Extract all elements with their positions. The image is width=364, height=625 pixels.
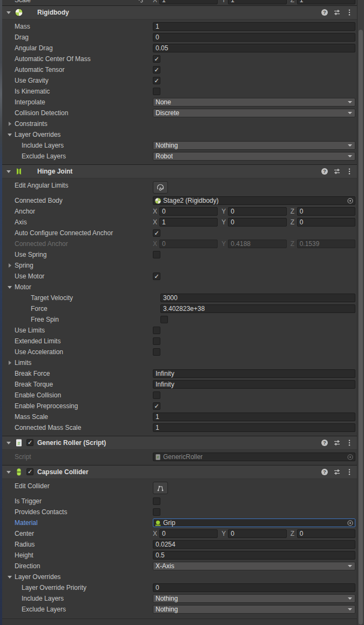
menu-icon[interactable] xyxy=(346,9,353,16)
direction-dropdown[interactable]: X-Axis xyxy=(153,562,355,570)
center-y-field[interactable] xyxy=(228,529,286,538)
radius-field[interactable] xyxy=(153,540,355,549)
mass-scale-field[interactable] xyxy=(153,413,355,421)
menu-icon[interactable] xyxy=(346,468,353,476)
component-header-capsule-collider[interactable]: ✓Capsule Collider? xyxy=(2,466,357,479)
field-label: Enable Preprocessing xyxy=(15,401,78,411)
interpolate-dropdown[interactable]: None xyxy=(153,98,355,107)
component-enable-checkbox[interactable]: ✓ xyxy=(26,468,33,475)
foldout-arrow-icon[interactable] xyxy=(6,471,11,474)
presets-icon[interactable] xyxy=(333,468,341,476)
presets-icon[interactable] xyxy=(333,168,341,175)
use-motor-checkbox[interactable]: ✓ xyxy=(153,272,160,280)
link-icon[interactable] xyxy=(136,0,144,3)
foldout-arrow-icon[interactable] xyxy=(9,263,11,268)
foldout-label[interactable]: Constraints xyxy=(15,118,48,129)
foldout-arrow-icon[interactable] xyxy=(9,361,11,365)
scrollbar-thumb[interactable] xyxy=(359,30,363,624)
anchor-y-field[interactable] xyxy=(228,207,286,216)
is-kinematic-checkbox[interactable] xyxy=(153,88,160,95)
drag-field[interactable] xyxy=(153,33,355,42)
object-picker-icon[interactable] xyxy=(347,454,354,461)
free-spin-checkbox[interactable] xyxy=(160,316,168,323)
presets-icon[interactable] xyxy=(333,439,341,447)
axis-z-field[interactable] xyxy=(297,218,355,227)
scale-y-field[interactable] xyxy=(228,0,286,4)
component-capsule-collider: ✓Capsule Collider?Edit ColliderIs Trigge… xyxy=(2,465,357,617)
presets-icon[interactable] xyxy=(333,9,341,16)
axis-x-field[interactable] xyxy=(159,218,218,227)
foldout-arrow-icon[interactable] xyxy=(8,134,12,136)
include-layers-dropdown[interactable]: Nothing xyxy=(153,594,355,603)
scale-x-field[interactable] xyxy=(159,0,218,4)
edit-angular-limits-button[interactable] xyxy=(153,181,168,194)
component-header-generic-roller-script[interactable]: #✓Generic Roller (Script)? xyxy=(2,436,357,450)
extended-limits-checkbox[interactable] xyxy=(153,337,160,345)
angular-drag-field[interactable] xyxy=(153,44,355,52)
center-z-field[interactable] xyxy=(297,529,355,538)
help-icon[interactable]: ? xyxy=(321,168,328,175)
edit-collider-button[interactable] xyxy=(153,482,168,494)
foldout-arrow-icon[interactable] xyxy=(6,170,11,173)
help-icon[interactable]: ? xyxy=(321,439,328,447)
connected-anchor-y-field[interactable] xyxy=(228,240,286,248)
scrollbar[interactable] xyxy=(357,0,364,625)
foldout-label[interactable]: Motor xyxy=(15,282,31,292)
menu-icon[interactable] xyxy=(346,168,353,175)
foldout-label[interactable]: Layer Overrides xyxy=(15,129,60,140)
mass-field[interactable] xyxy=(153,22,355,31)
automatic-tensor-checkbox[interactable]: ✓ xyxy=(153,66,160,74)
provides-contacts-checkbox[interactable] xyxy=(153,508,160,516)
connected-anchor-z-field[interactable] xyxy=(297,240,355,248)
object-picker-icon[interactable] xyxy=(347,197,354,204)
foldout-arrow-icon[interactable] xyxy=(8,576,12,579)
center-x-field[interactable] xyxy=(159,529,218,538)
axis-y-field[interactable] xyxy=(228,218,286,227)
height-field[interactable] xyxy=(153,551,355,560)
connected-mass-scale-field[interactable] xyxy=(153,423,355,432)
row-limits: Limits xyxy=(2,357,357,368)
automatic-center-of-mass-checkbox[interactable]: ✓ xyxy=(153,55,160,63)
field-label: Script xyxy=(15,451,31,462)
enable-collision-checkbox[interactable] xyxy=(153,391,160,399)
menu-icon[interactable] xyxy=(346,439,353,447)
foldout-label[interactable]: Limits xyxy=(15,357,31,368)
foldout-label[interactable]: Layer Overrides xyxy=(15,571,60,582)
foldout-arrow-icon[interactable] xyxy=(8,286,12,289)
target-velocity-field[interactable] xyxy=(160,294,355,302)
component-enable-checkbox[interactable]: ✓ xyxy=(26,439,33,446)
force-field[interactable] xyxy=(160,304,355,313)
include-layers-dropdown[interactable]: Nothing xyxy=(153,141,355,150)
break-force-field[interactable] xyxy=(153,369,355,378)
help-icon[interactable]: ? xyxy=(321,468,328,476)
auto-configure-connected-anchor-checkbox[interactable]: ✓ xyxy=(153,229,160,237)
foldout-arrow-icon[interactable] xyxy=(9,122,11,126)
use-limits-checkbox[interactable] xyxy=(153,327,160,334)
component-header-hinge-joint[interactable]: Hinge Joint? xyxy=(2,165,357,178)
exclude-layers-dropdown[interactable]: Robot xyxy=(153,152,355,161)
object-field-value: Grip xyxy=(163,519,176,527)
anchor-z-field[interactable] xyxy=(297,207,355,216)
enable-preprocessing-checkbox[interactable]: ✓ xyxy=(153,402,160,410)
use-spring-checkbox[interactable] xyxy=(153,251,160,258)
use-acceleration-checkbox[interactable] xyxy=(153,348,160,356)
help-icon[interactable]: ? xyxy=(321,9,328,16)
use-gravity-checkbox[interactable]: ✓ xyxy=(153,77,160,84)
anchor-x-field[interactable] xyxy=(159,207,218,216)
material-object-field[interactable]: Grip xyxy=(153,518,355,527)
component-header-rigidbody[interactable]: Rigidbody? xyxy=(2,6,357,19)
object-picker-icon[interactable] xyxy=(347,520,354,527)
connected-anchor-x-field[interactable] xyxy=(159,240,218,248)
row-drag: Drag xyxy=(2,32,357,43)
collision-detection-dropdown[interactable]: Discrete xyxy=(153,109,355,117)
scale-z-field[interactable] xyxy=(297,0,355,4)
layer-override-priority-field[interactable] xyxy=(153,583,355,592)
break-torque-field[interactable] xyxy=(153,380,355,389)
foldout-arrow-icon[interactable] xyxy=(6,11,11,14)
connected-body-object-field[interactable]: Stage2 (Rigidbody) xyxy=(153,196,355,205)
script-object-field[interactable]: #GenericRoller xyxy=(153,453,355,461)
exclude-layers-dropdown[interactable]: Nothing xyxy=(153,605,355,614)
foldout-arrow-icon[interactable] xyxy=(6,442,11,444)
foldout-label[interactable]: Spring xyxy=(15,260,33,271)
is-trigger-checkbox[interactable] xyxy=(153,497,160,505)
